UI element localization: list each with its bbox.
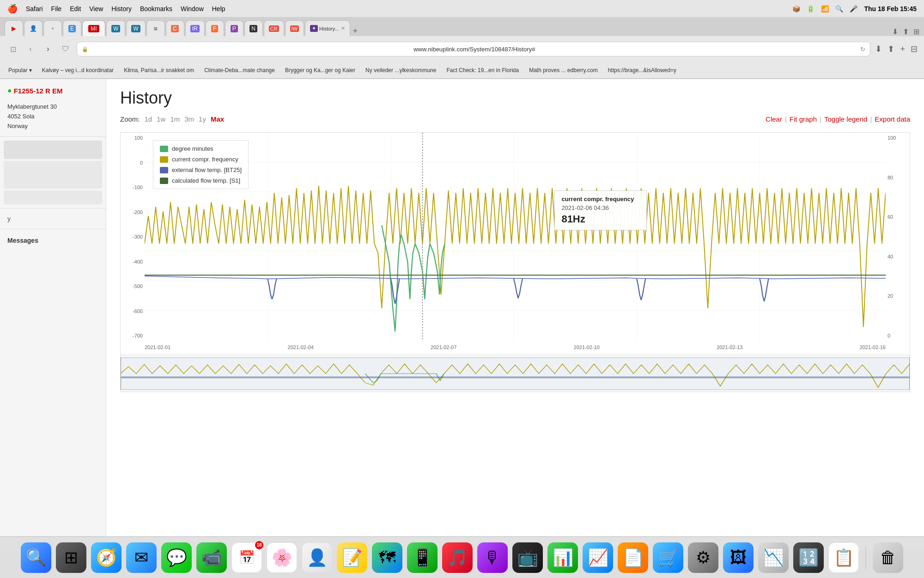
sidebar-placeholder-2 — [4, 161, 102, 189]
toggle-legend-button[interactable]: Toggle legend — [824, 115, 867, 123]
tab-e[interactable]: E — [63, 20, 81, 36]
dock-safari[interactable]: 🧭 — [91, 542, 122, 573]
wifi-icon[interactable]: 📶 — [821, 5, 829, 12]
zoom-label: Zoom: — [120, 115, 140, 123]
bookmark-brage[interactable]: https://brage...&isAllowed=y — [604, 66, 680, 74]
bookmark-kalvoy[interactable]: Kalvøy – veg i...d koordinatar — [38, 66, 117, 74]
show-tabs-icon[interactable]: ⊟ — [911, 44, 918, 54]
sidebar-button[interactable]: ⊡ — [6, 43, 19, 55]
tab-person[interactable]: 👤 — [24, 20, 43, 36]
bookmark-math[interactable]: Math proves ... edberry.com — [525, 66, 602, 74]
tab-wp2[interactable]: W — [126, 20, 145, 36]
forward-button[interactable]: › — [42, 43, 55, 55]
chart-mini[interactable] — [121, 355, 910, 392]
bookmark-climate[interactable]: Climate-Deba...mate change — [201, 66, 279, 74]
bookmark-brygger[interactable]: Brygger og Ka...ger og Kaier — [281, 66, 359, 74]
menu-edit[interactable]: Edit — [70, 5, 81, 12]
tab-menu[interactable]: ≡ — [146, 20, 165, 36]
tab-new1[interactable]: + — [43, 20, 62, 36]
siri-icon[interactable]: 🎤 — [850, 5, 857, 12]
reload-button[interactable]: ↻ — [860, 46, 865, 53]
dock-mail[interactable]: ✉ — [126, 542, 157, 573]
dock-tv[interactable]: 📺 — [512, 542, 543, 573]
chart-main[interactable]: 1000-100-200-300-400-500-600-700 1008060… — [121, 133, 910, 355]
apple-menu[interactable]: 🍎 — [7, 4, 18, 14]
menu-view[interactable]: View — [89, 5, 103, 12]
zoom-max[interactable]: Max — [211, 115, 224, 123]
clear-button[interactable]: Clear — [766, 115, 782, 123]
share-toolbar-icon[interactable]: ⬆ — [888, 44, 894, 54]
menu-bookmarks[interactable]: Bookmarks — [140, 5, 172, 12]
bookmark-popular[interactable]: Popular ▾ — [5, 66, 36, 74]
tab-wp1[interactable]: W — [106, 20, 125, 36]
tab-cr[interactable]: CR — [264, 20, 284, 36]
dock-calculator[interactable]: 🔢 — [793, 542, 824, 573]
sidebar-messages[interactable]: Messages — [0, 233, 106, 248]
menu-file[interactable]: File — [51, 5, 62, 12]
dock-trash[interactable]: 🗑 — [873, 542, 903, 573]
tab-f[interactable]: F — [206, 20, 224, 36]
chart-plot-area[interactable] — [145, 133, 886, 341]
chart-container: 1000-100-200-300-400-500-600-700 1008060… — [120, 132, 910, 392]
tab-mi[interactable]: MI — [82, 20, 105, 36]
search-icon[interactable]: 🔍 — [835, 5, 843, 12]
new-tab-button[interactable]: + — [353, 26, 358, 36]
dock-keynote[interactable]: 📈 — [583, 542, 613, 573]
legend-label-degree-minutes: degree minutes — [172, 145, 213, 152]
zoom-1w[interactable]: 1w — [157, 115, 165, 123]
menu-window[interactable]: Window — [181, 5, 204, 12]
tab-iw[interactable]: IW — [285, 20, 304, 36]
tab-c[interactable]: C — [166, 20, 184, 36]
dock-text-edit[interactable]: 📋 — [828, 542, 859, 573]
share-icon[interactable]: ⬆ — [903, 27, 909, 36]
url-bar[interactable]: 🔒 www.nibeuplink.com/System/108487/Histo… — [77, 42, 870, 56]
bookmark-veileder[interactable]: Ny veileder ...ylkeskommune — [362, 66, 440, 74]
dock-pages[interactable]: 📄 — [618, 542, 648, 573]
dock-activity-monitor[interactable]: 📉 — [758, 542, 789, 573]
dock-contacts[interactable]: 👤 — [302, 542, 332, 573]
browser-chrome: ▶ 👤 + E MI W W ≡ C IR F — [0, 18, 924, 79]
dock-facetime2[interactable]: 📱 — [407, 542, 438, 573]
dock-finder[interactable]: 🔍 — [21, 542, 51, 573]
sidebar-toggle-icon[interactable]: ⊞ — [913, 27, 919, 36]
tab-p[interactable]: P — [225, 20, 243, 36]
add-tab-icon[interactable]: + — [900, 44, 905, 54]
fit-graph-button[interactable]: Fit graph — [790, 115, 817, 123]
menu-safari[interactable]: Safari — [26, 5, 43, 12]
tab-n[interactable]: N — [244, 20, 263, 36]
dock-numbers[interactable]: 📊 — [547, 542, 578, 573]
legend-degree-minutes: degree minutes — [160, 145, 242, 152]
shield-icon: 🛡 — [59, 43, 72, 55]
device-name[interactable]: ● F1255-12 R EM — [7, 86, 98, 95]
dock-music[interactable]: 🎵 — [442, 542, 473, 573]
sidebar-item-y[interactable]: y — [0, 212, 106, 225]
dock-maps[interactable]: 🗺 — [372, 542, 402, 573]
dock-launchpad[interactable]: ⊞ — [56, 542, 86, 573]
dock-system-prefs[interactable]: ⚙ — [688, 542, 718, 573]
dock-calendar[interactable]: 📅 18 — [231, 542, 262, 573]
bookmark-factcheck[interactable]: Fact Check: 19...en in Florida — [443, 66, 523, 74]
tab-youtube[interactable]: ▶ — [5, 20, 23, 36]
bookmark-klima[interactable]: Klima, Parisa...ir snakket om — [120, 66, 198, 74]
dock-preview[interactable]: 🖼 — [723, 542, 754, 573]
tab-history[interactable]: ✦ History... ✕ — [305, 20, 350, 36]
dock-podcasts[interactable]: 🎙 — [477, 542, 508, 573]
zoom-1m[interactable]: 1m — [170, 115, 180, 123]
export-data-button[interactable]: Export data — [875, 115, 910, 123]
tab-ir[interactable]: IR — [185, 20, 205, 36]
menu-help[interactable]: Help — [212, 5, 225, 12]
dock-messages[interactable]: 💬 — [161, 542, 192, 573]
downloads-icon[interactable]: ⬇ — [892, 27, 898, 36]
dock-photos[interactable]: 🌸 — [267, 542, 297, 573]
back-button[interactable]: ‹ — [24, 43, 37, 55]
zoom-1d[interactable]: 1d — [145, 115, 152, 123]
zoom-1y[interactable]: 1y — [199, 115, 206, 123]
dock-facetime[interactable]: 📹 — [196, 542, 227, 573]
menu-history[interactable]: History — [111, 5, 132, 12]
dock-notes[interactable]: 📝 — [337, 542, 367, 573]
dropbox-icon[interactable]: 📦 — [792, 5, 800, 12]
sep-3: | — [870, 115, 872, 123]
dock-appstore[interactable]: 🛒 — [653, 542, 683, 573]
download-icon[interactable]: ⬇ — [875, 44, 882, 54]
zoom-3m[interactable]: 3m — [184, 115, 194, 123]
